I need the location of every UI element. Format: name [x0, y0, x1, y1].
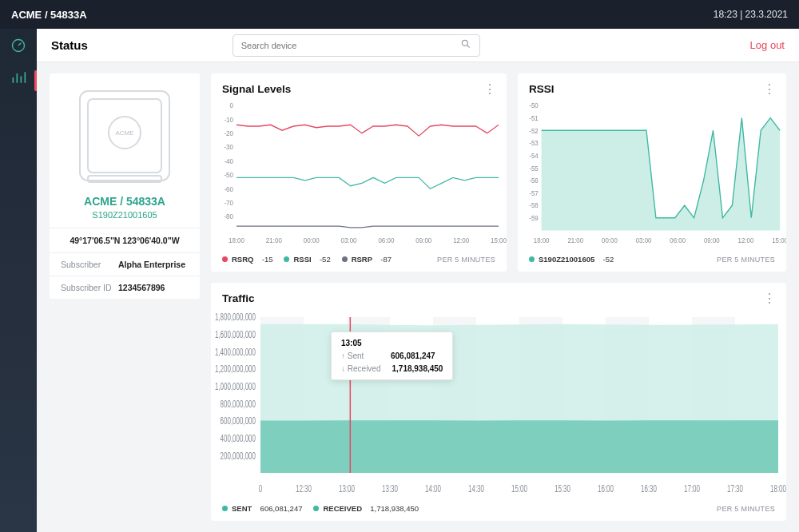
svg-text:14:30: 14:30	[468, 483, 484, 494]
device-logo-label: ACME	[115, 129, 133, 137]
svg-text:18:00: 18:00	[770, 483, 786, 494]
device-image: ACME	[74, 85, 176, 187]
svg-point-1	[462, 40, 467, 46]
svg-text:-10: -10	[224, 115, 233, 124]
svg-text:1,600,000,000: 1,600,000,000	[215, 330, 256, 340]
page-header: Status Log out	[37, 29, 799, 62]
svg-text:16:30: 16:30	[641, 483, 657, 494]
search-input[interactable]	[241, 41, 460, 50]
svg-text:-55: -55	[529, 164, 539, 173]
breadcrumb: ACME / 54833A	[11, 9, 87, 21]
svg-text:15:00: 15:00	[491, 236, 507, 245]
kv-subscriber-id: Subscriber ID 1234567896	[50, 276, 200, 299]
svg-text:12:30: 12:30	[296, 483, 312, 494]
clock: 18:23 | 23.3.2021	[714, 9, 788, 20]
svg-text:03:00: 03:00	[636, 236, 652, 245]
svg-text:800,000,000: 800,000,000	[221, 399, 256, 409]
rssi-legend: S190Z21001605 -52PER 5 MINUTES	[518, 250, 786, 272]
svg-text:1,200,000,000: 1,200,000,000	[215, 364, 256, 375]
more-icon[interactable]: ⋮	[763, 81, 775, 97]
svg-text:1,400,000,000: 1,400,000,000	[215, 347, 256, 357]
svg-text:-50: -50	[529, 101, 539, 110]
search-input-wrap[interactable]	[233, 34, 480, 57]
svg-text:21:00: 21:00	[266, 236, 282, 245]
topbar: ACME / 54833A 18:23 | 23.3.2021	[0, 0, 799, 29]
svg-text:18:00: 18:00	[534, 236, 550, 245]
svg-text:09:00: 09:00	[415, 236, 431, 245]
dashboard-icon[interactable]	[10, 37, 27, 54]
svg-text:12:00: 12:00	[738, 236, 754, 245]
signal-legend: RSRQ -15RSSI -52RSRP -87PER 5 MINUTES	[211, 250, 507, 272]
svg-text:13:30: 13:30	[382, 483, 398, 494]
page-title: Status	[51, 38, 88, 52]
svg-text:-20: -20	[224, 129, 233, 138]
svg-text:1,000,000,000: 1,000,000,000	[215, 382, 256, 392]
svg-text:21:00: 21:00	[567, 236, 583, 245]
svg-text:-80: -80	[224, 212, 233, 221]
svg-text:400,000,000: 400,000,000	[221, 434, 256, 444]
svg-text:-51: -51	[529, 113, 539, 122]
svg-text:06:00: 06:00	[378, 236, 394, 245]
kv-subscriber: Subscriber Alpha Enterprise	[50, 252, 200, 276]
svg-text:09:00: 09:00	[704, 236, 720, 245]
traffic-tooltip: 13:05 ↑ Sent606,081,247 ↓ Received1,718,…	[331, 332, 453, 380]
rssi-card: RSSI ⋮ -50-51-52-53-54-55-56-57-58-5918:…	[518, 73, 786, 272]
svg-text:15:30: 15:30	[555, 483, 570, 494]
device-serial: S190Z21001605	[59, 210, 190, 220]
page: Status Log out ACME	[37, 29, 799, 532]
svg-text:200,000,000: 200,000,000	[221, 451, 256, 461]
svg-text:-52: -52	[529, 126, 539, 135]
svg-text:-59: -59	[529, 214, 539, 223]
svg-text:00:00: 00:00	[602, 236, 618, 245]
svg-text:13:00: 13:00	[339, 483, 355, 494]
signal-levels-card: Signal Levels ⋮ 0-10-20-30-40-50-60-70-8…	[211, 73, 507, 272]
rssi-chart: -50-51-52-53-54-55-56-57-58-5918:0021:00…	[518, 98, 786, 250]
svg-text:600,000,000: 600,000,000	[221, 416, 256, 427]
svg-text:15:00: 15:00	[511, 483, 527, 494]
device-card: ACME ACME / 54833A S190Z21001605 49°17'0…	[50, 73, 200, 299]
svg-text:14:00: 14:00	[425, 483, 441, 494]
svg-text:1,800,000,000: 1,800,000,000	[215, 312, 256, 323]
device-coords: 49°17'06.5"N 123°06'40.0"W	[50, 228, 200, 252]
svg-text:0: 0	[259, 483, 263, 494]
rssi-title: RSSI	[529, 83, 555, 95]
signal-title: Signal Levels	[222, 83, 291, 95]
device-name: ACME / 54833A	[59, 195, 190, 208]
svg-text:-30: -30	[224, 143, 233, 152]
more-icon[interactable]: ⋮	[483, 81, 495, 97]
traffic-legend: SENT 606,081,247RECEIVED 1,718,938,450PE…	[211, 499, 786, 521]
more-icon[interactable]: ⋮	[763, 291, 775, 306]
svg-text:03:00: 03:00	[341, 236, 357, 245]
svg-text:12:00: 12:00	[453, 236, 469, 245]
svg-text:16:00: 16:00	[598, 483, 614, 494]
svg-text:00:00: 00:00	[304, 236, 320, 245]
svg-text:-60: -60	[224, 185, 233, 193]
search-icon	[460, 38, 471, 53]
svg-text:06:00: 06:00	[670, 236, 686, 245]
sidebar	[0, 29, 37, 532]
svg-text:-54: -54	[529, 151, 539, 160]
svg-text:-53: -53	[529, 139, 539, 148]
stats-icon[interactable]	[10, 69, 27, 86]
traffic-title: Traffic	[222, 292, 255, 304]
svg-text:0: 0	[230, 101, 234, 110]
traffic-card: Traffic ⋮ 200,000,000400,000,000600,000,…	[211, 283, 786, 521]
svg-text:-56: -56	[529, 177, 539, 185]
svg-text:15:00: 15:00	[772, 236, 786, 245]
svg-text:17:00: 17:00	[684, 483, 700, 494]
svg-text:-70: -70	[224, 199, 233, 208]
traffic-chart: 200,000,000400,000,000600,000,000800,000…	[211, 308, 786, 499]
signal-chart: 0-10-20-30-40-50-60-70-8018:0021:0000:00…	[211, 98, 507, 250]
logout-link[interactable]: Log out	[750, 39, 785, 51]
svg-text:-40: -40	[224, 157, 233, 165]
svg-text:17:30: 17:30	[727, 483, 743, 494]
svg-text:-57: -57	[529, 189, 539, 197]
svg-text:18:00: 18:00	[229, 236, 244, 245]
svg-text:-50: -50	[224, 171, 233, 180]
svg-text:-58: -58	[529, 201, 539, 210]
